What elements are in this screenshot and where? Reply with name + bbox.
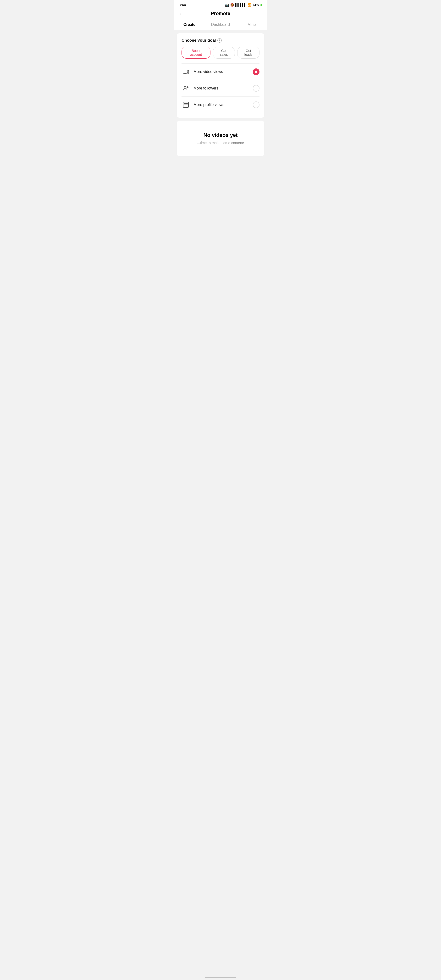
get-sales-button[interactable]: Get sales	[213, 47, 235, 59]
wifi-icon: 📶	[247, 3, 251, 7]
page-title: Promote	[211, 11, 230, 16]
profile-views-radio[interactable]	[253, 102, 260, 108]
radio-inner	[255, 71, 257, 73]
back-button[interactable]: ←	[179, 11, 184, 17]
no-videos-title: No videos yet	[181, 132, 260, 138]
camera-icon: 📷	[225, 3, 229, 7]
boost-account-button[interactable]: Boost account	[181, 47, 211, 59]
tabs-bar: Create Dashboard Mine	[174, 19, 267, 30]
followers-label: More followers	[194, 86, 249, 91]
info-icon[interactable]: i	[217, 38, 222, 43]
video-views-icon	[181, 67, 190, 76]
followers-radio[interactable]	[253, 85, 260, 92]
goal-card: Choose your goal i Boost account Get sal…	[177, 33, 264, 118]
profile-views-label: More profile views	[194, 103, 249, 107]
status-time: 8:44	[179, 3, 186, 7]
get-leads-button[interactable]: Get leads	[237, 47, 260, 59]
battery-level: 74%	[252, 3, 259, 7]
no-videos-card: No videos yet ...time to make some conte…	[177, 121, 264, 156]
video-views-label: More video views	[194, 70, 249, 74]
status-bar: 8:44 📷 🔕 ▌▌▌▌▌ 📶 74%	[174, 0, 267, 9]
svg-rect-0	[183, 70, 187, 74]
status-icons: 📷 🔕 ▌▌▌▌▌ 📶 74%	[225, 3, 262, 7]
no-videos-subtitle: ...time to make some content!	[181, 141, 260, 145]
main-content: Choose your goal i Boost account Get sal…	[174, 30, 267, 159]
tab-create[interactable]: Create	[174, 19, 205, 30]
mute-icon: 🔕	[230, 3, 234, 7]
option-profile-views[interactable]: More profile views	[181, 96, 260, 113]
battery-dot	[260, 4, 262, 6]
goal-title: Choose your goal	[181, 38, 216, 43]
goal-header: Choose your goal i	[181, 38, 260, 43]
option-followers[interactable]: More followers	[181, 80, 260, 96]
goal-buttons: Boost account Get sales Get leads	[181, 47, 260, 59]
video-views-radio[interactable]	[253, 68, 260, 75]
followers-icon	[181, 84, 190, 92]
option-video-views[interactable]: More video views	[181, 64, 260, 80]
svg-point-3	[184, 86, 186, 88]
profile-views-icon	[181, 100, 190, 109]
header: ← Promote	[174, 9, 267, 19]
tab-dashboard[interactable]: Dashboard	[205, 19, 236, 30]
signal-icon: ▌▌▌▌▌	[235, 3, 246, 7]
tab-mine[interactable]: Mine	[236, 19, 267, 30]
